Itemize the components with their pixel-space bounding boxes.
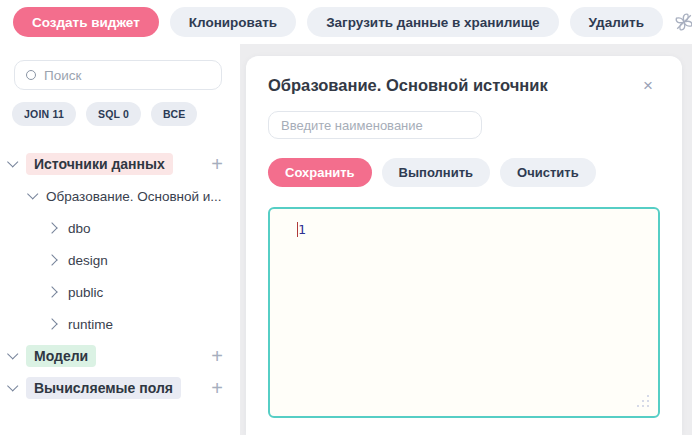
tree-item-label: dbo: [68, 221, 91, 236]
filter-badges: JOIN 11 SQL 0 ВСЕ: [12, 102, 197, 126]
search-icon: [26, 70, 36, 80]
panel-title: Образование. Основной источник: [268, 76, 548, 95]
search-box: [14, 60, 222, 90]
chevron-down-icon[interactable]: [7, 156, 18, 167]
plus-icon[interactable]: +: [211, 346, 223, 366]
tree-item-obrazovanie[interactable]: Образование. Основной и...: [0, 180, 240, 212]
chevron-right-icon[interactable]: [46, 286, 57, 297]
tree-item-label: Источники данных: [26, 153, 173, 175]
chevron-down-icon[interactable]: [27, 188, 38, 199]
delete-button[interactable]: Удалить: [570, 7, 663, 37]
source-detail-panel: Образование. Основной источник × Сохрани…: [246, 56, 682, 435]
resize-grip-icon[interactable]: [647, 405, 649, 407]
tree-item-models[interactable]: Модели +: [0, 340, 240, 372]
tree-item-design[interactable]: design: [0, 244, 240, 276]
tree-item-label: Вычисляемые поля: [26, 377, 181, 399]
chevron-down-icon[interactable]: [7, 348, 18, 359]
sql-code-editor[interactable]: 1: [268, 207, 660, 418]
tree-item-label: Модели: [26, 345, 96, 367]
chevron-right-icon[interactable]: [46, 254, 57, 265]
search-input[interactable]: [44, 68, 210, 83]
chevron-down-icon[interactable]: [7, 380, 18, 391]
close-icon[interactable]: ×: [643, 77, 653, 94]
panel-header: Образование. Основной источник ×: [268, 76, 660, 95]
clone-button[interactable]: Клонировать: [170, 7, 296, 37]
pinwheel-off-icon[interactable]: [674, 12, 692, 32]
chevron-right-icon[interactable]: [46, 222, 57, 233]
tree-item-calculated-fields[interactable]: Вычисляемые поля +: [0, 372, 240, 404]
clear-button[interactable]: Очистить: [500, 158, 596, 187]
tree-item-label: Образование. Основной и...: [46, 189, 222, 204]
panel-actions: Сохранить Выполнить Очистить: [268, 158, 660, 187]
load-to-storage-button[interactable]: Загрузить данные в хранилище: [307, 7, 558, 37]
save-button[interactable]: Сохранить: [268, 158, 372, 187]
badge-sql[interactable]: SQL 0: [86, 102, 141, 126]
tree-item-label: design: [68, 253, 108, 268]
execute-button[interactable]: Выполнить: [382, 158, 490, 187]
tree-item-runtime[interactable]: runtime: [0, 308, 240, 340]
tree-item-data-sources[interactable]: Источники данных +: [0, 148, 240, 180]
chevron-right-icon[interactable]: [46, 318, 57, 329]
toolbar-icons: [674, 12, 692, 32]
tree-item-label: runtime: [68, 317, 113, 332]
toolbar: Создать виджет Клонировать Загрузить дан…: [0, 0, 692, 44]
badge-join[interactable]: JOIN 11: [12, 102, 76, 126]
badge-all[interactable]: ВСЕ: [151, 102, 197, 126]
sidebar: JOIN 11 SQL 0 ВСЕ Источники данных + Обр…: [0, 44, 240, 435]
create-widget-button[interactable]: Создать виджет: [13, 7, 159, 37]
name-input[interactable]: [268, 111, 482, 139]
tree-item-public[interactable]: public: [0, 276, 240, 308]
tree-item-label: public: [68, 285, 103, 300]
editor-line-number: 1: [298, 222, 306, 237]
tree-item-dbo[interactable]: dbo: [0, 212, 240, 244]
data-tree: Источники данных + Образование. Основной…: [0, 148, 240, 404]
plus-icon[interactable]: +: [211, 378, 223, 398]
plus-icon[interactable]: +: [211, 154, 223, 174]
